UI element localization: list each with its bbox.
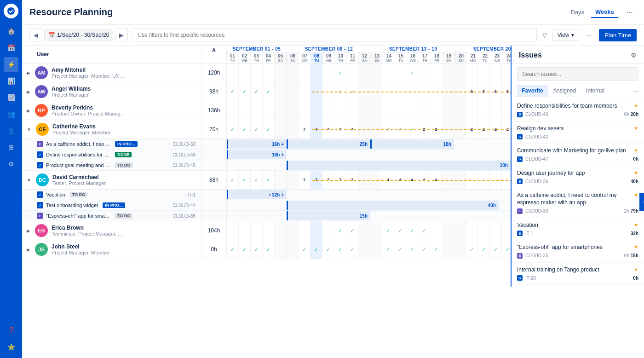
nav-chart-bar[interactable]: 📊 <box>4 74 18 88</box>
task-info-cloud44: ✓ Test onboarding widget IN PRO... CLOUD… <box>22 200 201 210</box>
filter-input[interactable] <box>132 29 536 41</box>
user-details-ce: Catherine Evans Project Manager, Member <box>52 123 197 135</box>
nav-settings[interactable]: ⚙ <box>4 156 18 171</box>
task-row-cloud45: ✓ Product goal meeting and d... TO DO CL… <box>22 160 511 171</box>
search-issues-input[interactable] <box>517 67 638 81</box>
star-icon-it1: ★ <box>634 222 638 228</box>
tab-assigned[interactable]: Assigned <box>549 85 581 97</box>
task-grid-it1: • 32h + <box>227 190 511 200</box>
user-info-eb: ▶ EB Erica Brown Technician, Project Man… <box>22 221 201 240</box>
user-row-dc: ▼ DC David Carmichael Tester, Project Ma… <box>22 171 511 190</box>
nav-chart-line[interactable]: 📈 <box>4 90 18 105</box>
issues-tab-more-btn[interactable]: ··· <box>633 87 638 94</box>
filter-icon-btn[interactable]: ▽ <box>540 30 549 40</box>
task-icon-cloud33: E <box>37 141 43 147</box>
day-15: 15TU <box>395 53 407 63</box>
task-badge-cloud33: IN PRO... <box>115 141 138 147</box>
issue-hours-cloud36: 40h <box>631 179 638 184</box>
header-more-btn[interactable]: ··· <box>622 6 637 19</box>
issue-type-cloud33: E <box>517 208 523 214</box>
weeks-toggle-btn[interactable]: Weeks <box>591 6 619 18</box>
task-row-cloud46: ✓ Define responsibilities for te... DONE… <box>22 150 511 160</box>
expand-dc[interactable]: ▼ <box>26 177 32 184</box>
issue-type-cloud35: E <box>517 253 523 259</box>
toolbar-more-btn[interactable]: ··· <box>583 29 596 40</box>
nav-resource[interactable]: ⚡ <box>4 57 18 72</box>
issue-item-cloud42[interactable]: Realign dev assets ★ S CLOUD-42 <box>512 121 644 144</box>
day-01: 01TU <box>227 53 239 63</box>
expand-am[interactable]: ▶ <box>26 69 31 76</box>
expand-ce[interactable]: ▼ <box>26 126 32 133</box>
user-details-eb: Erica Brown Technician, Project Manager,… <box>52 225 197 237</box>
avatar-am: AM <box>35 66 48 79</box>
issue-type-tango: S <box>517 275 523 281</box>
view-dropdown-btn[interactable]: View ▾ <box>552 29 579 41</box>
nav-star[interactable]: ⭐ <box>4 340 18 354</box>
expand-aw[interactable]: ▶ <box>26 88 31 95</box>
nav-grid[interactable]: ⊞ <box>4 140 18 155</box>
issue-item-cloud36[interactable]: Design user journey for app ★ S CLOUD-36… <box>512 166 644 189</box>
task-info-cloud45: ✓ Product goal meeting and d... TO DO CL… <box>22 160 201 170</box>
issue-item-cloud35[interactable]: "Espress-oh!" app for smartphones ★ E CL… <box>512 240 644 263</box>
task-grid-cloud33: 16h + 25h 18h <box>227 139 511 149</box>
issues-collapse-handle[interactable]: ‹ <box>639 193 644 211</box>
issue-item-tango[interactable]: Internal training on Tango product ★ S I… <box>512 263 644 285</box>
expand-js[interactable]: ▶ <box>26 246 31 253</box>
nav-calendar[interactable]: 📅 <box>4 40 18 55</box>
user-name-bp: Beverly Perkins <box>52 104 197 111</box>
user-row-am: ▶ AM Amy Mitchell Project Manager, Membe… <box>22 64 511 82</box>
user-details-dc: David Carmichael Tester, Project Manager <box>52 174 197 186</box>
expand-bp[interactable]: ▶ <box>26 107 31 114</box>
issues-gear-btn[interactable]: ⚙ <box>631 52 637 59</box>
user-col-header: User <box>22 46 201 63</box>
day-17: 17TH <box>419 53 431 63</box>
plan-time-btn[interactable]: Plan Time <box>599 29 637 41</box>
task-row-it1: ✓ Vacation TO DO IT-1 • 32h + <box>22 190 511 200</box>
date-range[interactable]: 📅 1/Sep/20 - 30/Sep/20 <box>44 29 113 40</box>
issue-item-it1[interactable]: Vacation ★ S IT-1 32h <box>512 218 644 241</box>
issue-hours-it1: 32h <box>631 231 638 236</box>
gantt-header: User A SEPTEMBER 01 - 05 01TU 02WE 03TH … <box>22 46 511 64</box>
user-name-js: John Steel <box>52 243 197 250</box>
day-23: 23WE <box>491 53 503 63</box>
avatar-aw: AW <box>35 85 48 98</box>
nav-users[interactable]: 👥 <box>4 107 18 121</box>
day-04: 04FR <box>263 53 275 63</box>
user-row-bp: ▶ BP Beverly Perkins Product Owner, Proj… <box>22 101 511 120</box>
nav-home[interactable]: 🏠 <box>4 24 18 39</box>
month-label-3: SEPTEMBER 13 - 19 <box>371 46 455 53</box>
nav-help[interactable]: ❓ <box>4 323 18 338</box>
days-toggle-btn[interactable]: Days <box>566 7 589 17</box>
day-12: 12SA <box>359 53 371 63</box>
alloc-bp: 136h <box>201 101 227 120</box>
task-badge-cloud46: DONE <box>115 152 132 157</box>
user-name-aw: Angel Williams <box>52 86 197 92</box>
next-btn[interactable]: ▶ <box>115 29 128 41</box>
grid-dc: ✓✓✓✓ 77777 44444 <box>227 171 511 189</box>
day-03: 03TH <box>251 53 263 63</box>
toolbar: ◀ 📅 1/Sep/20 - 30/Sep/20 ▶ ▽ View ▾ ··· … <box>22 25 644 46</box>
alloc-eb: 104h <box>201 221 227 240</box>
user-name-eb: Erica Brown <box>52 225 197 231</box>
task-badge-cloud45: TO DO <box>115 162 132 168</box>
issue-item-cloud33[interactable]: As a caffeine addict, I need to control … <box>512 188 644 218</box>
user-row-aw: ▶ AW Angel Williams Project Manager 98h … <box>22 82 511 101</box>
issue-title-cloud46: Define responsibilities for team members <box>517 103 632 110</box>
nav-person[interactable]: 👤 <box>4 123 18 138</box>
bar-cloud33-2: 25h <box>287 139 370 149</box>
task-badge-it1: TO DO <box>70 192 87 197</box>
issue-item-cloud47[interactable]: Communicate with Marketing for go-live p… <box>512 144 644 166</box>
app-logo[interactable] <box>4 4 18 18</box>
tab-favorite[interactable]: Favorite <box>517 85 548 97</box>
alloc-ce: 70h <box>201 120 227 139</box>
user-name-ce: Catherine Evans <box>52 123 197 130</box>
issue-item-cloud46[interactable]: Define responsibilities for team members… <box>512 99 644 121</box>
alloc-aw: 98h <box>201 82 227 101</box>
issue-meta-tango: S IT-20 0h <box>517 275 638 281</box>
issue-hours-tango: 0h <box>633 276 638 281</box>
prev-btn[interactable]: ◀ <box>29 29 42 41</box>
tab-internal[interactable]: Internal <box>581 85 609 97</box>
bar-cloud35: 15h <box>287 211 370 220</box>
gantt-body: ▶ AM Amy Mitchell Project Manager, Membe… <box>22 64 511 358</box>
expand-eb[interactable]: ▶ <box>26 227 31 234</box>
